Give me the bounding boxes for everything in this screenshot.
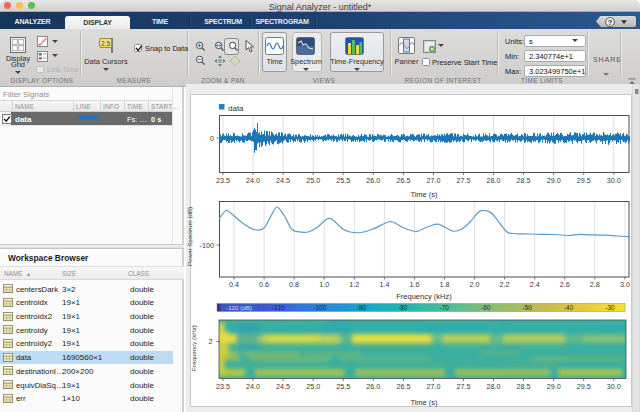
svg-text:26.0: 26.0 [366,176,380,185]
svg-text:0.6: 0.6 [259,280,269,289]
svg-text:28.5: 28.5 [517,382,531,391]
svg-text:27.0: 27.0 [426,176,440,185]
svg-text:-30: -30 [605,304,615,311]
svg-text:29.0: 29.0 [547,176,561,185]
svg-text:24.5: 24.5 [276,176,290,185]
svg-text:30.0: 30.0 [607,382,621,391]
svg-text:2.0: 2.0 [470,280,480,289]
svg-text:25.0: 25.0 [306,176,320,185]
svg-text:26.5: 26.5 [396,382,410,391]
svg-text:0.4: 0.4 [229,280,239,289]
svg-text:27.5: 27.5 [457,176,471,185]
svg-text:23.5: 23.5 [216,382,230,391]
svg-text:-40: -40 [564,304,574,311]
svg-text:2.6: 2.6 [560,280,570,289]
svg-text:26.0: 26.0 [366,382,380,391]
svg-text:2: 2 [209,337,213,346]
svg-text:-70: -70 [440,304,450,311]
svg-text:0.8: 0.8 [289,280,299,289]
svg-text:28.5: 28.5 [517,176,531,185]
svg-text:30.0: 30.0 [607,176,621,185]
svg-text:-100: -100 [314,304,327,311]
svg-text:-90: -90 [357,304,367,311]
svg-text:24.0: 24.0 [246,382,260,391]
svg-text:Time (s): Time (s) [410,190,438,199]
svg-text:Frequency (kHz): Frequency (kHz) [396,292,452,301]
svg-text:29.0: 29.0 [547,382,561,391]
svg-text:2.5: 2.5 [101,40,110,47]
svg-text:-50: -50 [522,304,532,311]
svg-text:1.6: 1.6 [409,280,419,289]
svg-text:-100: -100 [200,241,214,250]
svg-text:2.4: 2.4 [530,280,540,289]
svg-text:29.5: 29.5 [577,176,591,185]
svg-text:24.5: 24.5 [276,382,290,391]
svg-text:1.0: 1.0 [319,280,329,289]
svg-text:26.5: 26.5 [396,176,410,185]
svg-text:-80: -80 [398,304,408,311]
svg-text:Power Spectrum (dB): Power Spectrum (dB) [186,207,193,266]
svg-text:-60: -60 [481,304,491,311]
svg-text:2.8: 2.8 [590,280,600,289]
svg-text:23.5: 23.5 [216,176,230,185]
svg-text:28.0: 28.0 [487,176,501,185]
svg-text:2.2: 2.2 [500,280,510,289]
svg-text:-110: -110 [272,304,285,311]
svg-text:Time (s): Time (s) [410,398,438,407]
svg-text:Frequency (kHz): Frequency (kHz) [190,325,197,371]
svg-text:25.0: 25.0 [306,382,320,391]
svg-text:28.0: 28.0 [487,382,501,391]
svg-text:25.5: 25.5 [336,382,350,391]
svg-text:29.5: 29.5 [577,382,591,391]
svg-text:25.5: 25.5 [336,176,350,185]
svg-text:1.2: 1.2 [349,280,359,289]
svg-text:1.8: 1.8 [440,280,450,289]
svg-text:data: data [228,104,244,113]
svg-text:-120 (dB): -120 (dB) [226,304,252,311]
svg-text:27.0: 27.0 [426,382,440,391]
svg-text:24.0: 24.0 [246,176,260,185]
svg-text:1.4: 1.4 [379,280,389,289]
svg-text:3.0: 3.0 [620,280,630,289]
svg-text:0: 0 [210,134,214,143]
svg-text:?: ? [608,17,613,26]
svg-text:27.5: 27.5 [457,382,471,391]
